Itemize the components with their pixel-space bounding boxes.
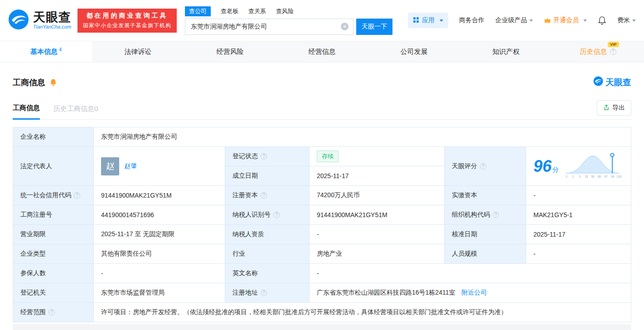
page-bottom-strip xyxy=(13,324,631,330)
label-tianyan-score: 天眼评分? xyxy=(445,147,526,186)
clear-icon[interactable]: ✕ xyxy=(341,23,349,30)
tab-business-info[interactable]: 经营信息 xyxy=(276,41,368,62)
svg-text:3: 3 xyxy=(579,175,581,178)
label-taxpayer-id: 纳税人识别号? xyxy=(225,205,310,225)
value-registration-number: 441900014571696 xyxy=(94,205,225,225)
registered-address-label-text: 注册地址 xyxy=(232,289,258,297)
notification-bell-icon[interactable] xyxy=(598,16,606,25)
value-credit-code: 91441900MAK21GY51M xyxy=(94,186,225,205)
search-tab-company[interactable]: 查公司 xyxy=(185,6,211,16)
label-company-name: 企业名称 xyxy=(13,127,94,147)
value-registered-capital: 74200万人民币 xyxy=(310,186,445,205)
label-organization-code: 组织机构代码? xyxy=(445,205,526,225)
brand-watermark: 天眼查 xyxy=(593,76,631,88)
label-company-type: 企业类型 xyxy=(13,244,94,264)
value-english-name: - xyxy=(310,264,631,283)
user-menu[interactable]: 费米 xyxy=(617,16,636,24)
logo-subtitle: TianYanCha.com xyxy=(33,24,71,30)
help-icon[interactable]: ? xyxy=(261,153,267,160)
grid-icon xyxy=(413,17,419,24)
logo-title: 天眼查 xyxy=(33,11,71,24)
search-input-wrap: ✕ xyxy=(185,19,353,35)
label-english-name: 英文名称 xyxy=(225,264,310,283)
help-icon[interactable]: ? xyxy=(48,309,55,315)
help-icon[interactable]: ? xyxy=(261,192,267,199)
subscribe-bell-icon[interactable] xyxy=(49,78,57,87)
tab-history-info-label: 历史信息 xyxy=(580,48,607,56)
legal-representative-avatar[interactable]: 赵 xyxy=(101,157,119,175)
table-row: 统一社会信用代码? 91441900MAK21GY51M 注册资本? 74200… xyxy=(13,186,631,205)
chevron-down-icon xyxy=(632,19,636,22)
tab-intellectual-property-label: 知识产权 xyxy=(493,48,520,56)
label-taxpayer-qualification: 纳税人资质 xyxy=(225,225,310,244)
svg-text:97: 97 xyxy=(604,175,608,178)
label-paid-capital: 实缴资本 xyxy=(445,186,526,205)
svg-text:100: 100 xyxy=(617,175,622,178)
tab-basic-info-label: 基本信息 xyxy=(30,48,58,56)
slogan-line2: 国家中小企业发展子基金旗下机构 xyxy=(83,22,171,29)
tab-legal-proceedings[interactable]: 法律诉讼 xyxy=(92,41,184,62)
search-tabs: 查公司 查老板 查关系 查风险 xyxy=(185,6,392,16)
help-icon[interactable]: ? xyxy=(261,290,267,296)
score-unit: 分 xyxy=(552,166,559,173)
apps-button[interactable]: 应用 xyxy=(408,13,448,28)
header-nav: 应用 商务合作 企业级产品 开通会员 xyxy=(408,13,636,28)
svg-text:50: 50 xyxy=(591,175,595,178)
value-establishment-date: 2025-11-17 xyxy=(310,166,445,186)
value-insured-count: - xyxy=(94,264,225,283)
nearby-companies-link[interactable]: 附近公司 xyxy=(461,289,487,296)
tab-basic-info[interactable]: 基本信息 4 xyxy=(0,41,92,62)
help-icon[interactable]: ? xyxy=(74,192,80,199)
value-taxpayer-id: 91441900MAK21GY51M xyxy=(310,205,445,225)
crown-icon xyxy=(544,17,551,24)
tab-company-development[interactable]: 公司发展 xyxy=(368,41,460,62)
legal-representative-link[interactable]: 赵肇 xyxy=(124,162,137,170)
section-title: 工商信息 xyxy=(13,77,45,88)
tianyancha-logo[interactable]: 天眼查 TianYanCha.com xyxy=(8,9,71,32)
search-button[interactable]: 天眼一下 xyxy=(356,19,392,35)
taxpayer-id-label-text: 纳税人识别号 xyxy=(232,211,271,219)
help-icon[interactable]: ? xyxy=(610,49,616,55)
search-tab-relation[interactable]: 查关系 xyxy=(248,6,266,16)
search-tab-boss[interactable]: 查老板 xyxy=(221,6,238,16)
value-company-type: 其他有限责任公司 xyxy=(94,244,225,264)
tianyan-score-label-text: 天眼评分 xyxy=(452,162,477,170)
export-button[interactable]: 导出 xyxy=(597,100,631,116)
nav-enterprise-products[interactable]: 企业级产品 xyxy=(495,16,533,24)
enterprise-products-label: 企业级产品 xyxy=(495,16,527,24)
label-registered-address: 注册地址? xyxy=(225,283,310,303)
label-establishment-date: 成立日期 xyxy=(225,166,310,186)
search-tab-risk[interactable]: 查风险 xyxy=(276,6,294,16)
nav-business-cooperation[interactable]: 商务合作 xyxy=(459,16,484,24)
table-row: 营业期限 2025-11-17 至 无固定期限 纳税人资质 - 核准日期 202… xyxy=(13,225,631,244)
subtabs-row: 工商信息 历史工商信息0 导出 xyxy=(13,100,631,120)
registered-address-text: 广东省东莞市松山湖园区科技四路16号1栋2411室 xyxy=(317,289,455,296)
tab-operational-risk[interactable]: 经营风险 xyxy=(184,41,276,62)
organization-code-label-text: 组织机构代码 xyxy=(452,211,490,219)
label-registered-capital: 注册资本? xyxy=(225,186,310,205)
score-number: 96 xyxy=(533,157,552,175)
chevron-down-icon xyxy=(529,19,533,22)
label-registration-authority: 登记机关 xyxy=(13,283,94,303)
slogan-line1: 都在用的商业查询工具 xyxy=(83,12,171,20)
search-input[interactable] xyxy=(190,23,341,31)
subtab-business-registration[interactable]: 工商信息 xyxy=(13,104,40,120)
value-taxpayer-qualification: - xyxy=(310,225,445,244)
tab-intellectual-property[interactable]: 知识产权 xyxy=(460,41,552,62)
chevron-down-icon xyxy=(583,19,587,22)
help-icon[interactable]: ? xyxy=(493,212,499,218)
help-icon[interactable]: ? xyxy=(480,163,486,170)
value-paid-capital: - xyxy=(526,186,631,205)
value-staff-size: - xyxy=(526,244,631,264)
tab-basic-info-count: 4 xyxy=(59,47,62,52)
subtab-history-registration[interactable]: 历史工商信息0 xyxy=(53,105,98,119)
help-icon[interactable]: ? xyxy=(273,212,280,218)
value-business-term: 2025-11-17 至 无固定期限 xyxy=(94,225,225,244)
brand-logo-icon xyxy=(593,76,603,88)
status-badge: 存续 xyxy=(317,150,339,162)
svg-text:15: 15 xyxy=(585,175,588,178)
svg-text:1: 1 xyxy=(572,175,574,178)
tab-history-info[interactable]: 历史信息 VIP ? xyxy=(552,41,644,62)
brand-name: 天眼查 xyxy=(605,77,631,88)
open-vip-button[interactable]: 开通会员 xyxy=(544,16,587,24)
